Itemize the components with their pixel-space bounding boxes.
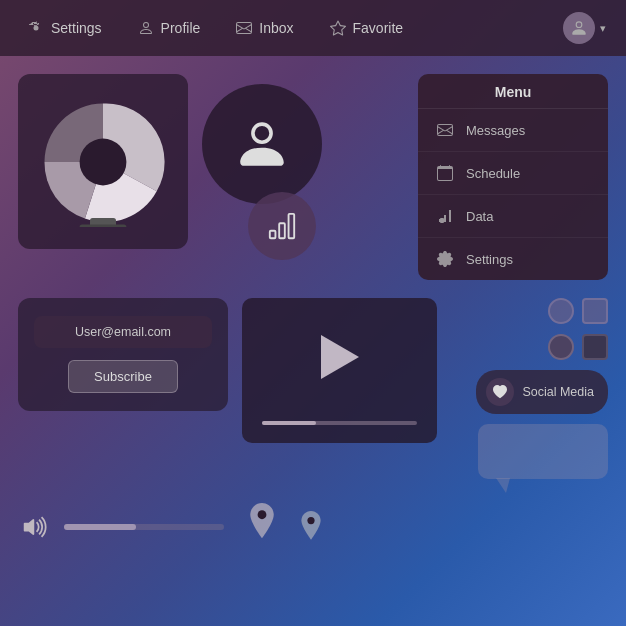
- radio-btn-1[interactable]: [548, 298, 574, 324]
- nav-settings-label: Settings: [51, 20, 102, 36]
- audio-row: [18, 509, 224, 545]
- video-player: [242, 298, 437, 443]
- menu-messages-icon: [434, 119, 456, 141]
- svg-point-4: [307, 517, 314, 524]
- svg-rect-2: [80, 224, 127, 227]
- toggle-row-bottom: [548, 334, 608, 360]
- menu-panel: Menu Messages Schedule: [418, 74, 608, 280]
- pie-chart: [38, 97, 168, 227]
- toggle-row-top: [548, 298, 608, 324]
- nav-bar: Settings Profile Inbox Favorite ▾: [0, 0, 626, 56]
- menu-messages-label: Messages: [466, 123, 525, 138]
- radio-btn-2[interactable]: [548, 334, 574, 360]
- heart-icon-wrap: [486, 378, 514, 406]
- chevron-down-icon: ▾: [600, 22, 606, 35]
- menu-schedule[interactable]: Schedule: [418, 152, 608, 195]
- gear-icon: [28, 20, 44, 36]
- menu-messages[interactable]: Messages: [418, 109, 608, 152]
- avatar-icon: [570, 19, 588, 37]
- menu-schedule-label: Schedule: [466, 166, 520, 181]
- pie-chart-widget: [18, 74, 188, 249]
- nav-favorite-label: Favorite: [353, 20, 404, 36]
- map-pin-icon-2: [296, 511, 326, 547]
- video-progress-bar: [262, 421, 417, 425]
- right-controls: Social Media: [476, 298, 608, 479]
- square-btn-1[interactable]: [582, 298, 608, 324]
- square-btn-2[interactable]: [582, 334, 608, 360]
- email-display: User@email.com: [34, 316, 212, 348]
- subscribe-button[interactable]: Subscribe: [68, 360, 178, 393]
- nav-avatar-button[interactable]: ▾: [553, 8, 616, 48]
- map-pins-row: [244, 503, 326, 547]
- social-media-label: Social Media: [522, 385, 594, 399]
- profile-circle: [202, 84, 322, 204]
- social-media-button[interactable]: Social Media: [476, 370, 608, 414]
- menu-data-icon: [434, 205, 456, 227]
- nav-inbox-label: Inbox: [259, 20, 293, 36]
- nav-profile-label: Profile: [161, 20, 201, 36]
- audio-pins-row: [18, 499, 608, 547]
- chart-circle-btn[interactable]: [248, 192, 316, 260]
- main-content: Menu Messages Schedule: [0, 56, 626, 626]
- map-pin-2[interactable]: [296, 511, 326, 547]
- top-row: Menu Messages Schedule: [18, 74, 608, 280]
- bottom-row: User@email.com Subscribe: [18, 298, 608, 479]
- audio-progress-fill: [64, 524, 136, 530]
- menu-data[interactable]: Data: [418, 195, 608, 238]
- nav-settings[interactable]: Settings: [10, 12, 120, 44]
- svg-point-0: [80, 138, 127, 185]
- menu-data-label: Data: [466, 209, 493, 224]
- menu-title: Menu: [418, 74, 608, 109]
- play-button[interactable]: [321, 335, 359, 379]
- map-pin-1[interactable]: [244, 503, 280, 547]
- star-icon: [330, 20, 346, 36]
- menu-schedule-icon: [434, 162, 456, 184]
- avatar: [563, 12, 595, 44]
- video-progress-fill: [262, 421, 316, 425]
- menu-settings-label: Settings: [466, 252, 513, 267]
- map-pin-icon-1: [244, 503, 280, 547]
- audio-progress-bar[interactable]: [64, 524, 224, 530]
- nav-inbox[interactable]: Inbox: [218, 12, 311, 44]
- nav-favorite[interactable]: Favorite: [312, 12, 422, 44]
- nav-profile[interactable]: Profile: [120, 12, 219, 44]
- heart-icon: [493, 385, 507, 399]
- bar-chart-icon: [267, 211, 297, 241]
- profile-person-icon: [233, 115, 291, 173]
- person-icon: [138, 20, 154, 36]
- menu-settings-icon: [434, 248, 456, 270]
- svg-point-3: [258, 510, 267, 519]
- chat-bubble: [478, 424, 608, 479]
- envelope-icon: [236, 20, 252, 36]
- speaker-icon[interactable]: [18, 509, 54, 545]
- profile-cluster: [202, 74, 322, 260]
- menu-settings[interactable]: Settings: [418, 238, 608, 280]
- email-widget: User@email.com Subscribe: [18, 298, 228, 411]
